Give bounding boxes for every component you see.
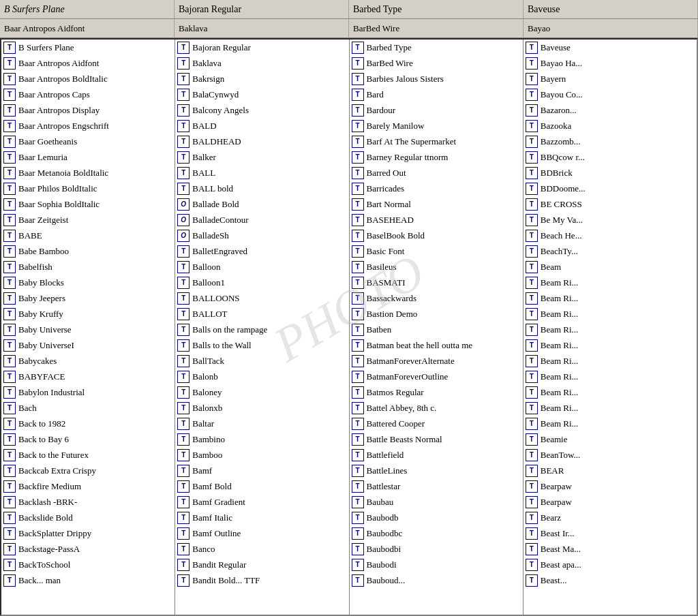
list-item[interactable]: TBattlefield [350,447,523,463]
list-item[interactable]: TBaby Jeepers [1,290,174,306]
list-item[interactable]: TBeam Ri... [524,400,697,416]
list-item[interactable]: TBard [350,87,523,102]
list-item[interactable]: TBeam Ri... [524,384,697,400]
list-item[interactable]: TBaar Antropos Engschrift [1,118,174,134]
list-item[interactable]: TBALD [175,118,348,134]
list-item[interactable]: TBasileus [350,259,523,275]
list-item[interactable]: TBarely Manilow [350,118,523,134]
list-item[interactable]: TBearpaw [524,478,697,494]
list-item[interactable]: TBamboo [175,447,348,463]
list-item[interactable]: TBaar Zeitgeist [1,212,174,228]
list-item[interactable]: TBALLOT [175,306,348,322]
list-item[interactable]: TBaubodi [350,557,523,572]
list-item[interactable]: TBaubodb [350,510,523,525]
list-item[interactable]: TBanco [175,541,348,557]
list-item[interactable]: TBayern [524,71,697,87]
list-item[interactable]: TBDBrick [524,165,697,181]
list-item[interactable]: TBakrsign [175,71,348,87]
list-item[interactable]: TBeast Ma... [524,541,697,557]
list-item[interactable]: TBaar Philos BoldItalic [1,181,174,196]
list-item[interactable]: TBaloney [175,384,348,400]
list-item[interactable]: TBabycakes [1,353,174,369]
list-item[interactable]: TBaar Lemuria [1,149,174,165]
list-item[interactable]: TBaubodbc [350,525,523,541]
list-item[interactable]: TBeachTy... [524,243,697,259]
list-item[interactable]: TBalonb [175,369,348,384]
list-item[interactable]: TBalonxb [175,400,348,416]
list-item[interactable]: TBe My Va... [524,212,697,228]
list-item[interactable]: TBamf Italic [175,510,348,525]
list-item[interactable]: TBauboud... [350,572,523,588]
list-item[interactable]: OBallade Bold [175,196,348,212]
list-item[interactable]: TBackslide Bold [1,510,174,525]
list-item[interactable]: TBalloon [175,259,348,275]
list-item[interactable]: TBatman beat the hell outta me [350,337,523,353]
list-item[interactable]: TBattered Cooper [350,416,523,431]
list-item[interactable]: TBattel Abbey, 8th c. [350,400,523,416]
list-item[interactable]: TBalls to the Wall [175,337,348,353]
list-item[interactable]: TBamf Bold [175,478,348,494]
list-item[interactable]: TBach [1,400,174,416]
list-item[interactable]: TBABE [1,228,174,243]
list-item[interactable]: TBamf Outline [175,525,348,541]
list-item[interactable]: TBaveuse [524,40,697,55]
list-item[interactable]: TBamf Gradient [175,494,348,510]
list-item[interactable]: TBasic Font [350,243,523,259]
list-item[interactable]: TBack to Bay 6 [1,431,174,447]
list-item[interactable]: TBalloon1 [175,275,348,290]
list-item[interactable]: TBardour [350,102,523,118]
list-item[interactable]: TBaby UniverseI [1,337,174,353]
list-item[interactable]: TBabe Bamboo [1,243,174,259]
list-item[interactable]: TBalletEngraved [175,243,348,259]
list-item[interactable]: TBeast... [524,572,697,588]
list-item[interactable]: TBackcab Extra Crispy [1,463,174,478]
list-item[interactable]: TBarney Regular ttnorm [350,149,523,165]
list-item[interactable]: TBabylon Industrial [1,384,174,400]
list-item[interactable]: TBALDHEAD [175,134,348,149]
list-item[interactable]: TBaar Metanoia BoldItalic [1,165,174,181]
list-item[interactable]: TBarbies Jalous Sisters [350,71,523,87]
list-item[interactable]: TBeam Ri... [524,306,697,322]
list-item[interactable]: TBaar Antropos Caps [1,87,174,102]
list-item[interactable]: TBBQcow r... [524,149,697,165]
list-item[interactable]: TBassackwards [350,290,523,306]
list-item[interactable]: TBeamie [524,431,697,447]
list-item[interactable]: TBajoran Regular [175,40,348,55]
list-item[interactable]: TBaklava [175,55,348,71]
list-item[interactable]: TBeam Ri... [524,275,697,290]
list-item[interactable]: TBazooka [524,118,697,134]
list-item[interactable]: TBattlestar [350,478,523,494]
list-item[interactable]: TBackToSchool [1,557,174,572]
list-item[interactable]: TBackfire Medium [1,478,174,494]
list-item[interactable]: TBatmanForeverOutline [350,369,523,384]
list-item[interactable]: TBaar Goetheanis [1,134,174,149]
list-item[interactable]: TBart Normal [350,196,523,212]
list-item[interactable]: TBalker [175,149,348,165]
list-item[interactable]: TBeam Ri... [524,369,697,384]
list-item[interactable]: TBarbed Type [350,40,523,55]
list-item[interactable]: TBatmanForeverAlternate [350,353,523,369]
list-item[interactable]: TBazaron... [524,102,697,118]
list-item[interactable]: TBaby Universe [1,322,174,337]
list-item[interactable]: TBayou Co... [524,87,697,102]
list-item[interactable]: TBDDoome... [524,181,697,196]
list-item[interactable]: TBaubodbi [350,541,523,557]
list-item[interactable]: TBaltar [175,416,348,431]
list-item[interactable]: TBASMATI [350,275,523,290]
list-item[interactable]: TBeast apa... [524,557,697,572]
list-item[interactable]: TBacklash -BRK- [1,494,174,510]
list-item[interactable]: TBaby Blocks [1,275,174,290]
list-item[interactable]: TBackSplatter Drippy [1,525,174,541]
list-item[interactable]: TBarf At The Supermarket [350,134,523,149]
list-item[interactable]: TBalls on the rampage [175,322,348,337]
list-item[interactable]: TBastion Demo [350,306,523,322]
list-item[interactable]: TBambino [175,431,348,447]
list-item[interactable]: TBallTack [175,353,348,369]
list-item[interactable]: TBASEHEAD [350,212,523,228]
list-item[interactable]: OBalladeContour [175,212,348,228]
list-item[interactable]: TBaby Kruffy [1,306,174,322]
list-item[interactable]: TBaar Antropos Aidfont [1,55,174,71]
list-item[interactable]: TB Surfers Plane [1,40,174,55]
list-item[interactable]: TBarricades [350,181,523,196]
list-item[interactable]: TBaar Antropos BoldItalic [1,71,174,87]
